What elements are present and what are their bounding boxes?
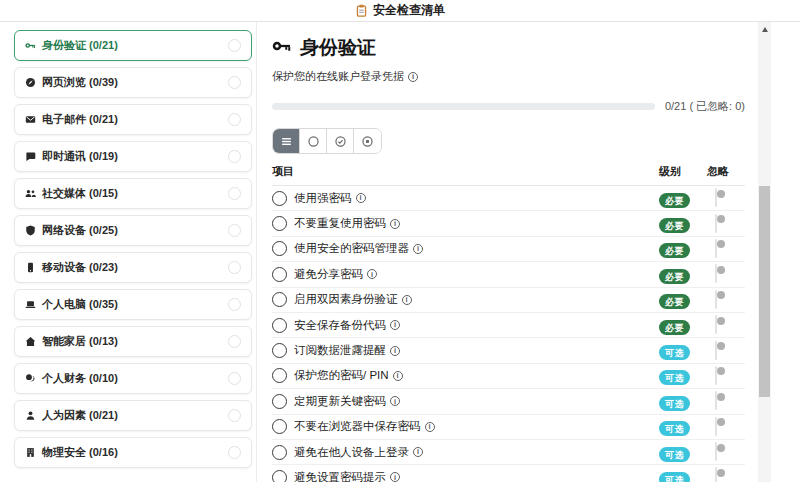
sidebar-item-label: 电子邮件 (0/21): [42, 112, 118, 127]
check-circle-icon: [334, 135, 347, 148]
sidebar-item-5[interactable]: 网络设备 (0/25): [14, 215, 252, 246]
item-ignore: [707, 215, 745, 233]
toggle-knob: [717, 444, 725, 452]
sidebar-item-8[interactable]: 智能家居 (0/13): [14, 326, 252, 357]
table-row: 避免设置密码提示i可选: [272, 465, 745, 482]
ignore-toggle[interactable]: [715, 391, 717, 410]
scrollbar-thumb[interactable]: [759, 186, 770, 397]
item-level: 必要: [659, 189, 707, 207]
info-icon[interactable]: i: [390, 219, 400, 229]
sidebar-item-2[interactable]: 电子邮件 (0/21): [14, 104, 252, 135]
ignore-circle-icon: [361, 135, 374, 148]
filter-all-button[interactable]: [273, 129, 300, 153]
level-badge: 可选: [659, 370, 690, 385]
ignore-toggle[interactable]: [715, 366, 717, 385]
sidebar-item-7[interactable]: 个人电脑 (0/35): [14, 289, 252, 320]
key-icon: [25, 40, 36, 51]
info-icon[interactable]: i: [356, 193, 366, 203]
ignore-toggle[interactable]: [715, 315, 717, 334]
category-progress-circle: [228, 372, 241, 385]
page-subtitle: 保护您的在线账户登录凭据 i: [272, 69, 745, 84]
info-icon[interactable]: i: [425, 422, 435, 432]
item-checkbox[interactable]: [272, 241, 287, 256]
category-progress-circle: [228, 76, 241, 89]
item-checkbox[interactable]: [272, 343, 287, 358]
sidebar-item-label: 人为因素 (0/21): [42, 408, 118, 423]
scroll-up-icon[interactable]: [762, 27, 768, 32]
ignore-toggle[interactable]: [715, 264, 717, 283]
table-row: 定期更新关键密码i可选: [272, 389, 745, 414]
toggle-knob: [717, 393, 725, 401]
sidebar-item-10[interactable]: 人为因素 (0/21): [14, 400, 252, 431]
envelope-icon: [25, 114, 36, 125]
table-row: 避免分享密码i必要: [272, 262, 745, 287]
item-checkbox[interactable]: [272, 292, 287, 307]
home-icon: [25, 336, 36, 347]
item-level: 必要: [659, 240, 707, 258]
ignore-toggle[interactable]: [715, 467, 717, 482]
sidebar-item-9[interactable]: 个人财务 (0/10): [14, 363, 252, 394]
sidebar-item-label: 网页浏览 (0/39): [42, 75, 118, 90]
ignore-toggle[interactable]: [715, 188, 717, 207]
item-checkbox[interactable]: [272, 394, 287, 409]
key-icon: [272, 36, 292, 60]
level-badge: 必要: [659, 294, 690, 309]
titlebar: 安全检查清单: [0, 0, 800, 22]
info-icon[interactable]: i: [390, 320, 400, 330]
filter-ignored-button[interactable]: [354, 129, 381, 153]
shield-icon: [25, 225, 36, 236]
item-label: 安全保存备份代码i: [294, 318, 659, 333]
ignore-toggle[interactable]: [715, 417, 717, 436]
item-ignore: [707, 418, 745, 436]
sidebar-item-label: 物理安全 (0/16): [42, 445, 118, 460]
info-icon[interactable]: i: [390, 472, 400, 482]
item-level: 必要: [659, 215, 707, 233]
info-icon[interactable]: i: [402, 295, 412, 305]
info-icon[interactable]: i: [408, 72, 418, 82]
sidebar-item-4[interactable]: 社交媒体 (0/15): [14, 178, 252, 209]
sidebar-item-0[interactable]: 身份验证 (0/21): [14, 30, 252, 61]
item-level: 必要: [659, 291, 707, 309]
toggle-knob: [717, 418, 725, 426]
ignore-toggle[interactable]: [715, 341, 717, 360]
item-checkbox[interactable]: [272, 318, 287, 333]
ignore-toggle[interactable]: [715, 290, 717, 309]
info-icon[interactable]: i: [413, 244, 423, 254]
info-icon[interactable]: i: [413, 447, 423, 457]
sidebar-item-3[interactable]: 即时通讯 (0/19): [14, 141, 252, 172]
sidebar-item-6[interactable]: 移动设备 (0/23): [14, 252, 252, 283]
item-level: 可选: [659, 392, 707, 410]
sidebar-item-11[interactable]: 物理安全 (0/16): [14, 437, 252, 468]
level-badge: 必要: [659, 269, 690, 284]
info-icon[interactable]: i: [393, 371, 403, 381]
filter-todo-button[interactable]: [300, 129, 327, 153]
category-progress-circle: [228, 409, 241, 422]
laptop-icon: [25, 299, 36, 310]
item-checkbox[interactable]: [272, 445, 287, 460]
table-row: 使用强密码i必要: [272, 186, 745, 211]
main-content: 身份验证 保护您的在线账户登录凭据 i 0/21 ( 已忽略: 0) 项目 级别…: [257, 22, 800, 482]
item-checkbox[interactable]: [272, 216, 287, 231]
ignore-toggle[interactable]: [715, 442, 717, 461]
item-checkbox[interactable]: [272, 267, 287, 282]
item-label: 避免分享密码i: [294, 267, 659, 282]
sidebar-item-label: 移动设备 (0/23): [42, 260, 118, 275]
level-badge: 可选: [659, 472, 690, 482]
info-icon[interactable]: i: [367, 269, 377, 279]
ignore-toggle[interactable]: [715, 239, 717, 258]
toggle-knob: [717, 240, 725, 248]
info-icon[interactable]: i: [390, 346, 400, 356]
app-title: 安全检查清单: [373, 2, 445, 19]
item-checkbox[interactable]: [272, 419, 287, 434]
item-checkbox[interactable]: [272, 470, 287, 482]
sidebar-item-1[interactable]: 网页浏览 (0/39): [14, 67, 252, 98]
ignore-toggle[interactable]: [715, 214, 717, 233]
item-checkbox[interactable]: [272, 191, 287, 206]
item-label: 避免在他人设备上登录i: [294, 445, 659, 460]
scrollbar[interactable]: [758, 22, 771, 482]
info-icon[interactable]: i: [390, 396, 400, 406]
item-ignore: [707, 392, 745, 410]
item-checkbox[interactable]: [272, 368, 287, 383]
item-ignore: [707, 468, 745, 482]
filter-done-button[interactable]: [327, 129, 354, 153]
